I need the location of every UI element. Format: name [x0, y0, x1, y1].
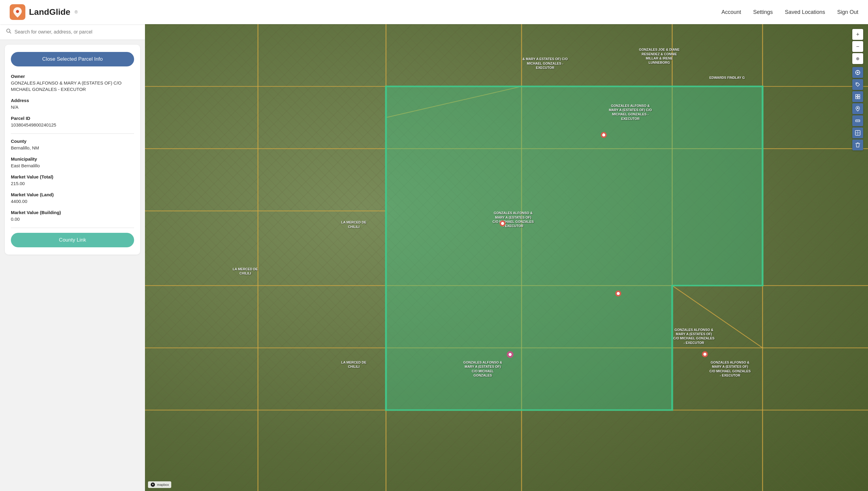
svg-point-1 [16, 10, 19, 13]
location-btn[interactable] [852, 67, 863, 78]
map-pin-3 [615, 290, 621, 298]
close-selected-parcel-btn[interactable]: Close Selected Parcel Info [11, 52, 134, 66]
svg-point-34 [857, 83, 858, 84]
logo-icon [10, 4, 25, 20]
svg-rect-38 [858, 97, 860, 99]
market-value-building-field: Market Value (Building) 0.00 [11, 210, 134, 222]
map-layers-btn[interactable] [852, 91, 863, 102]
svg-line-3 [10, 32, 11, 33]
market-value-building-label: Market Value (Building) [11, 210, 134, 215]
tag-btn[interactable] [852, 79, 863, 90]
zoom-in-btn[interactable]: + [852, 29, 863, 40]
owner-value: GONZALES ALFONSO & MARY A (ESTATES OF) C… [11, 80, 134, 92]
map-area[interactable]: & MARY A ESTATES OF) C/O MICHAEL GONZALE… [145, 24, 868, 491]
market-value-land-value: 4400.00 [11, 198, 134, 204]
municipality-value: East Bernalillo [11, 163, 134, 169]
parcel-id-label: Parcel ID [11, 116, 134, 121]
owner-field: Owner GONZALES ALFONSO & MARY A (ESTATES… [11, 74, 134, 92]
logo-area: LandGlide ® [10, 4, 78, 20]
svg-rect-35 [856, 94, 858, 96]
municipality-field: Municipality East Bernalillo [11, 156, 134, 169]
search-input[interactable] [15, 29, 139, 35]
delete-btn[interactable] [852, 140, 863, 150]
market-value-land-field: Market Value (Land) 4400.00 [11, 192, 134, 204]
svg-rect-36 [858, 94, 860, 96]
logo-registered: ® [75, 10, 78, 15]
mapbox-attribution: mapbox [148, 481, 171, 488]
map-background [145, 24, 868, 491]
nav-account[interactable]: Account [722, 9, 741, 16]
app-header: LandGlide ® Account Settings Saved Locat… [0, 0, 868, 24]
market-value-total-label: Market Value (Total) [11, 174, 134, 179]
mapbox-label: mapbox [157, 483, 169, 487]
logo-text: LandGlide [29, 7, 70, 17]
divider-1 [11, 134, 134, 134]
left-panel: Close Selected Parcel Info Owner GONZALE… [0, 24, 145, 491]
nav-links: Account Settings Saved Locations Sign Ou… [722, 9, 858, 16]
parcel-info-card: Close Selected Parcel Info Owner GONZALE… [5, 45, 140, 255]
owner-label: Owner [11, 74, 134, 79]
municipality-label: Municipality [11, 156, 134, 162]
search-bar [0, 24, 145, 40]
market-value-building-value: 0.00 [11, 216, 134, 222]
ruler-btn[interactable] [852, 115, 863, 126]
svg-point-39 [857, 108, 859, 109]
nav-saved-locations[interactable]: Saved Locations [785, 9, 825, 16]
map-controls: + − ⊕ [852, 29, 863, 150]
svg-point-27 [703, 353, 706, 356]
nav-sign-out[interactable]: Sign Out [837, 9, 858, 16]
map-pin-5 [702, 351, 708, 359]
map-pin-1 [600, 132, 607, 140]
nav-settings[interactable]: Settings [753, 9, 773, 16]
parcel-id-field: Parcel ID 103804549800240125 [11, 116, 134, 128]
county-link-btn[interactable]: County Link [11, 233, 134, 247]
parcel-id-value: 103804549800240125 [11, 122, 134, 128]
main-layout: Close Selected Parcel Info Owner GONZALE… [0, 24, 868, 491]
address-field: Address N/A [11, 98, 134, 110]
address-label: Address [11, 98, 134, 103]
market-value-land-label: Market Value (Land) [11, 192, 134, 197]
map-pin-2 [499, 220, 506, 228]
map-view-btn[interactable] [852, 127, 863, 138]
county-label: County [11, 139, 134, 144]
svg-point-21 [501, 222, 504, 225]
svg-point-25 [509, 353, 512, 356]
svg-point-29 [857, 72, 859, 74]
market-value-total-value: 215.00 [11, 180, 134, 186]
market-value-total-field: Market Value (Total) 215.00 [11, 174, 134, 186]
search-icon [6, 28, 11, 35]
county-value: Bernalillo, NM [11, 145, 134, 151]
save-pin-btn[interactable] [852, 103, 863, 114]
address-value: N/A [11, 104, 134, 110]
zoom-out-btn[interactable]: − [852, 41, 863, 52]
county-field: County Bernalillo, NM [11, 139, 134, 151]
divider-2 [11, 228, 134, 228]
map-pin-4 [507, 351, 514, 359]
reset-north-btn[interactable]: ⊕ [852, 53, 863, 64]
svg-rect-37 [856, 97, 858, 99]
svg-point-23 [617, 292, 620, 295]
